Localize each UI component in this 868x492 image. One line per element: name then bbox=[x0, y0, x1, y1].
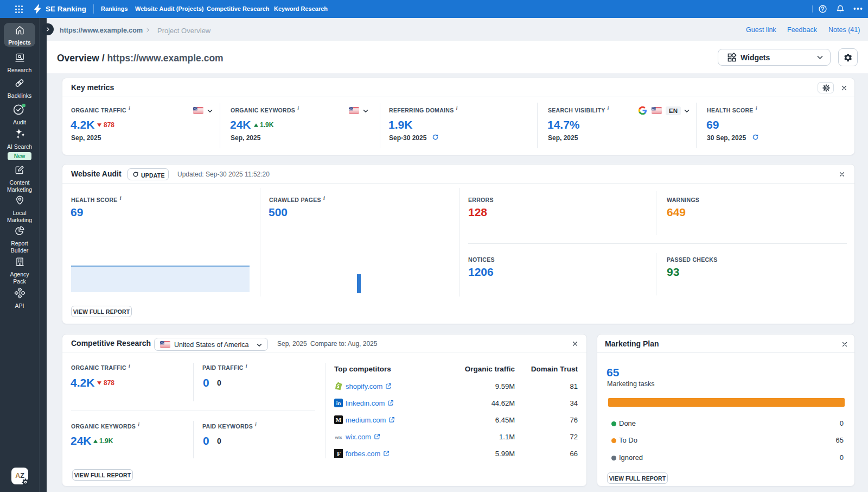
svg-text:M: M bbox=[336, 417, 342, 423]
svg-text:F: F bbox=[337, 451, 341, 457]
svg-text:in: in bbox=[336, 400, 341, 406]
svg-text:wix: wix bbox=[335, 435, 342, 440]
